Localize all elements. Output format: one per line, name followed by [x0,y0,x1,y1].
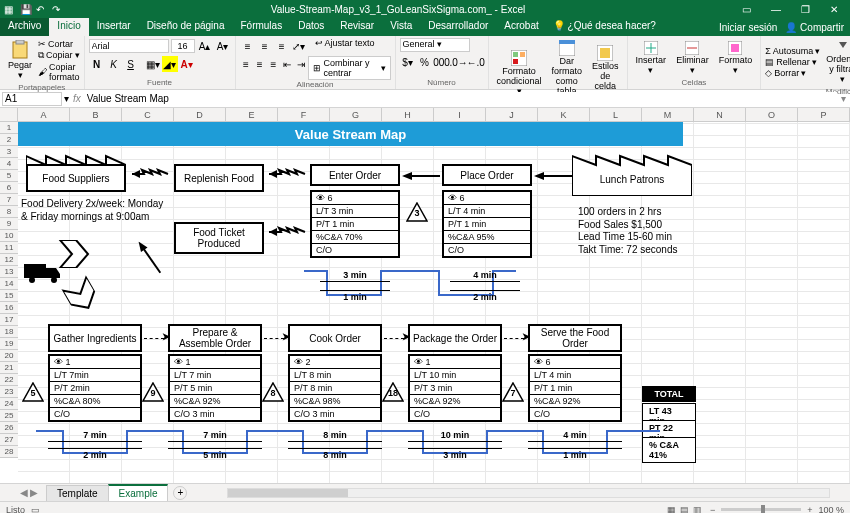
format-cells-button[interactable]: Formato ▾ [715,39,757,78]
row-header[interactable]: 11 [0,242,18,254]
tell-me-search[interactable]: 💡 ¿Qué desea hacer? [547,18,662,36]
col-header[interactable]: O [746,108,798,121]
increase-decimal-icon[interactable]: .0→ [451,54,467,70]
merge-center-button[interactable]: ⊞ Combinar y centrar ▾ [308,56,390,80]
horizontal-scrollbar[interactable] [227,488,830,498]
align-right-icon[interactable]: ≡ [267,56,280,72]
worksheet-grid[interactable]: A B C D E F G H I J K L M N O P 12345678… [0,108,850,483]
currency-icon[interactable]: $▾ [400,54,416,70]
view-normal-icon[interactable]: ▦ [667,505,676,514]
format-painter-button[interactable]: 🖌 Copiar formato [38,62,80,82]
sign-in-link[interactable]: Iniciar sesión [719,22,777,33]
row-header[interactable]: 3 [0,146,18,158]
window-restore-icon[interactable]: ❐ [793,4,818,15]
bold-icon[interactable]: N [89,56,105,72]
col-header[interactable]: K [538,108,590,121]
row-header[interactable]: 27 [0,434,18,446]
align-top-icon[interactable]: ≡ [240,38,256,54]
row-header[interactable]: 25 [0,410,18,422]
wrap-text-button[interactable]: ↩ Ajustar texto [315,38,375,54]
formula-input[interactable] [85,92,837,106]
comma-icon[interactable]: 000 [434,54,450,70]
col-header[interactable]: A [18,108,70,121]
align-center-icon[interactable]: ≡ [253,56,266,72]
align-left-icon[interactable]: ≡ [240,56,253,72]
orientation-icon[interactable]: ⤢▾ [291,38,307,54]
col-header[interactable]: I [434,108,486,121]
macro-recorder-icon[interactable]: ▭ [31,505,40,514]
col-header[interactable]: F [278,108,330,121]
qat-save-icon[interactable]: 💾 [20,4,30,14]
select-all-corner[interactable] [0,108,18,121]
add-sheet-button[interactable]: + [173,486,187,500]
col-header[interactable]: D [174,108,226,121]
row-header[interactable]: 5 [0,170,18,182]
italic-icon[interactable]: K [106,56,122,72]
row-header[interactable]: 9 [0,218,18,230]
col-header[interactable]: P [798,108,850,121]
row-header[interactable]: 28 [0,446,18,458]
font-color-icon[interactable]: A▾ [179,56,195,72]
tab-home[interactable]: Inicio [49,18,88,36]
row-header[interactable]: 21 [0,362,18,374]
tab-data[interactable]: Datos [290,18,332,36]
number-format-dropdown[interactable]: General ▾ [400,38,470,52]
col-header[interactable]: J [486,108,538,121]
row-header[interactable]: 14 [0,278,18,290]
copy-button[interactable]: ⧉ Copiar ▾ [38,50,80,61]
row-header[interactable]: 18 [0,326,18,338]
tab-layout[interactable]: Diseño de página [139,18,233,36]
increase-indent-icon[interactable]: ⇥ [295,56,308,72]
font-name-input[interactable] [89,39,169,53]
row-header[interactable]: 20 [0,350,18,362]
qat-undo-icon[interactable]: ↶ [36,4,46,14]
window-minimize-icon[interactable]: — [763,4,789,15]
qat-redo-icon[interactable]: ↷ [52,4,62,14]
row-header[interactable]: 19 [0,338,18,350]
col-header[interactable]: M [642,108,694,121]
zoom-in-icon[interactable]: + [807,505,812,514]
row-header[interactable]: 13 [0,266,18,278]
sheet-tab-template[interactable]: Template [46,485,109,501]
percent-icon[interactable]: % [417,54,433,70]
cut-button[interactable]: ✂ Cortar [38,39,80,49]
sheet-nav-prev-icon[interactable]: ◀ [20,487,28,498]
font-size-input[interactable] [171,39,195,53]
tab-acrobat[interactable]: Acrobat [496,18,546,36]
row-header[interactable]: 4 [0,158,18,170]
col-header[interactable]: B [70,108,122,121]
border-icon[interactable]: ▦▾ [145,56,161,72]
row-header[interactable]: 24 [0,398,18,410]
col-header[interactable]: E [226,108,278,121]
sort-filter-button[interactable]: Ordenar y filtrar ▾ [822,38,850,87]
row-header[interactable]: 23 [0,386,18,398]
row-header[interactable]: 10 [0,230,18,242]
row-header[interactable]: 12 [0,254,18,266]
decrease-decimal-icon[interactable]: ←.0 [468,54,484,70]
fill-color-icon[interactable]: ◢▾ [162,56,178,72]
tab-developer[interactable]: Desarrollador [420,18,496,36]
underline-icon[interactable]: S [123,56,139,72]
align-bottom-icon[interactable]: ≡ [274,38,290,54]
formula-expand-icon[interactable]: ▾ [837,93,850,104]
fx-icon[interactable]: fx [69,93,85,104]
tab-formulas[interactable]: Fórmulas [232,18,290,36]
row-header[interactable]: 26 [0,422,18,434]
row-header[interactable]: 7 [0,194,18,206]
view-page-layout-icon[interactable]: ▤ [680,505,689,514]
tab-file[interactable]: Archivo [0,18,49,36]
window-close-icon[interactable]: ✕ [822,4,846,15]
name-box[interactable] [2,92,62,106]
col-header[interactable]: H [382,108,434,121]
row-header[interactable]: 2 [0,134,18,146]
delete-cells-button[interactable]: Eliminar ▾ [672,39,713,78]
view-page-break-icon[interactable]: ▥ [693,505,702,514]
tab-review[interactable]: Revisar [332,18,382,36]
zoom-slider[interactable] [721,508,801,511]
tab-view[interactable]: Vista [382,18,420,36]
col-header[interactable]: G [330,108,382,121]
col-header[interactable]: N [694,108,746,121]
decrease-indent-icon[interactable]: ⇤ [281,56,294,72]
share-button[interactable]: 👤 Compartir [785,22,844,33]
sheet-nav-next-icon[interactable]: ▶ [30,487,38,498]
